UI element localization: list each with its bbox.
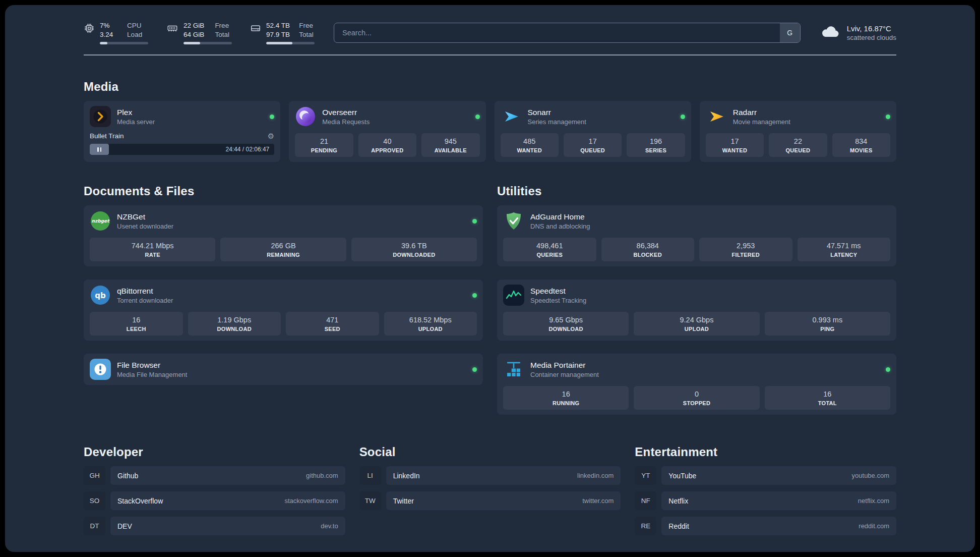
group-documents: Documents & Files nzbget NZBGet U: [84, 184, 483, 415]
bookmark-reddit[interactable]: RE Reddit reddit.com: [635, 517, 896, 535]
service-desc: Media File Management: [117, 371, 187, 378]
service-card-overseerr[interactable]: Overseerr Media Requests 21 PENDING 40 A…: [289, 101, 485, 162]
disk-progress-bar: [266, 42, 315, 44]
bookmark-name: YouTube: [668, 472, 696, 480]
topbar-divider: [84, 54, 896, 55]
bookmark-linkedin[interactable]: LI LinkedIn linkedin.com: [359, 466, 621, 485]
weather-location: Lviv, 16.87°C: [847, 24, 896, 33]
portainer-icon: [503, 359, 524, 380]
bookmark-url: reddit.com: [859, 522, 889, 530]
playback-progress-bar[interactable]: 24:44 / 02:06:47: [90, 144, 274, 155]
sonarr-icon: [501, 106, 522, 127]
stat-latency: 47.571 ms LATENCY: [798, 238, 891, 261]
stat-queries: 498,461 QUERIES: [503, 238, 596, 261]
cpu-usage-value: 7%: [100, 21, 119, 30]
bookmark-abbr: NF: [635, 491, 656, 510]
stat-ping: 0.993 ms PING: [765, 312, 890, 336]
speedtest-icon: [503, 285, 524, 306]
disk-progress-fill: [266, 42, 292, 44]
memory-widget: 22 GiB Free 64 GiB Total: [166, 21, 232, 44]
bookmark-abbr: TW: [359, 491, 381, 510]
service-desc: Speedtest Tracking: [530, 297, 586, 304]
nzbget-icon: nzbget: [90, 210, 111, 232]
svg-text:qb: qb: [95, 291, 106, 300]
bookmark-abbr: DT: [84, 517, 105, 535]
topbar: 7% CPU 3.24 Load: [84, 21, 896, 44]
service-name: NZBGet: [117, 212, 173, 221]
service-name: Radarr: [733, 107, 790, 117]
cpu-progress-fill: [100, 42, 107, 44]
service-card-adguard[interactable]: AdGuard Home DNS and adblocking 498,461 …: [497, 205, 896, 266]
pause-button[interactable]: [90, 144, 109, 155]
stat-wanted: 485 WANTED: [501, 133, 559, 157]
group-title-developer: Developer: [84, 445, 345, 459]
status-dot: [472, 219, 477, 224]
bookmark-stackoverflow[interactable]: SO StackOverflow stackoverflow.com: [84, 491, 345, 510]
search-input[interactable]: [334, 23, 801, 43]
stat-queued: 22 QUEUED: [769, 133, 827, 157]
status-dot: [886, 367, 890, 372]
service-card-radarr[interactable]: Radarr Movie management 17 WANTED 22 QUE…: [700, 101, 896, 162]
service-card-qbittorrent[interactable]: qb qBittorrent Torrent downloader 16 LEE…: [84, 280, 483, 341]
bookmark-dev[interactable]: DT DEV dev.to: [84, 517, 345, 535]
bookmark-github[interactable]: GH Github github.com: [84, 466, 345, 485]
bookmark-url: stackoverflow.com: [284, 497, 338, 505]
service-desc: Container management: [530, 371, 599, 378]
stat-movies: 834 MOVIES: [832, 133, 890, 157]
service-name: File Browser: [117, 360, 187, 370]
screen-frame: 7% CPU 3.24 Load: [0, 0, 980, 557]
radarr-icon: [706, 106, 727, 127]
service-name: qBittorrent: [117, 286, 173, 296]
memory-progress-fill: [183, 42, 200, 44]
disk-free-label: Free: [299, 21, 315, 30]
service-card-filebrowser[interactable]: File Browser Media File Management: [84, 354, 483, 385]
service-card-nzbget[interactable]: nzbget NZBGet Usenet downloader 744.21 M…: [84, 205, 483, 266]
cpu-usage-label: CPU: [127, 21, 148, 30]
service-name: Speedtest: [530, 286, 586, 296]
bookmark-abbr: SO: [84, 491, 105, 510]
stat-total: 16 TOTAL: [765, 386, 890, 410]
stat-pending: 21 PENDING: [295, 133, 353, 157]
bookmark-url: twitter.com: [582, 497, 614, 505]
plex-icon: [90, 106, 111, 127]
service-name: AdGuard Home: [530, 212, 590, 221]
memory-progress-bar: [183, 42, 232, 44]
group-title-social: Social: [359, 445, 621, 459]
memory-total-label: Total: [215, 30, 232, 39]
weather-widget: Lviv, 16.87°C scattered clouds: [820, 24, 896, 41]
stat-available: 945 AVAILABLE: [421, 133, 479, 157]
stat-upload: 9.24 Gbps UPLOAD: [634, 312, 759, 336]
bookmark-name: LinkedIn: [393, 472, 420, 480]
search-provider-button[interactable]: G: [780, 23, 800, 42]
service-card-sonarr[interactable]: Sonarr Series management 485 WANTED 17 Q…: [495, 101, 691, 162]
resource-widgets: 7% CPU 3.24 Load: [84, 21, 315, 44]
bookmark-group-entertainment: Entertainment YT YouTube youtube.com NF …: [635, 445, 896, 535]
playback-time: 24:44 / 02:06:47: [226, 146, 275, 153]
stat-leech: 16 LEECH: [90, 312, 183, 336]
bookmark-twitter[interactable]: TW Twitter twitter.com: [359, 491, 621, 510]
gear-icon[interactable]: ⚙: [268, 132, 274, 140]
service-desc: Movie management: [733, 118, 790, 126]
bookmark-youtube[interactable]: YT YouTube youtube.com: [635, 466, 896, 485]
service-card-plex[interactable]: Plex Media server Bullet Train ⚙ 24:44 /…: [84, 101, 280, 162]
service-card-portainer[interactable]: Media Portainer Container management 16 …: [497, 354, 896, 415]
disk-icon: [250, 23, 261, 34]
service-name: Sonarr: [528, 107, 586, 117]
dashboard: 7% CPU 3.24 Load: [5, 5, 975, 552]
service-desc: Usenet downloader: [117, 222, 173, 230]
group-title-entertainment: Entertainment: [635, 445, 896, 459]
stat-wanted: 17 WANTED: [706, 133, 764, 157]
status-dot: [886, 115, 890, 119]
bookmarks-section: Developer GH Github github.com SO StackO…: [84, 445, 896, 535]
service-desc: Torrent downloader: [117, 297, 173, 304]
bookmark-name: Reddit: [668, 522, 689, 530]
memory-total-value: 64 GiB: [183, 30, 207, 39]
service-card-speedtest[interactable]: Speedtest Speedtest Tracking 9.65 Gbps D…: [497, 280, 896, 341]
bookmark-abbr: GH: [84, 466, 105, 485]
bookmark-group-developer: Developer GH Github github.com SO StackO…: [84, 445, 345, 535]
svg-text:nzbget: nzbget: [92, 218, 110, 224]
weather-condition: scattered clouds: [847, 34, 896, 41]
stat-rate: 744.21 Mbps RATE: [90, 238, 215, 261]
bookmark-netflix[interactable]: NF Netflix netflix.com: [635, 491, 896, 510]
bookmark-name: Netflix: [668, 497, 688, 505]
